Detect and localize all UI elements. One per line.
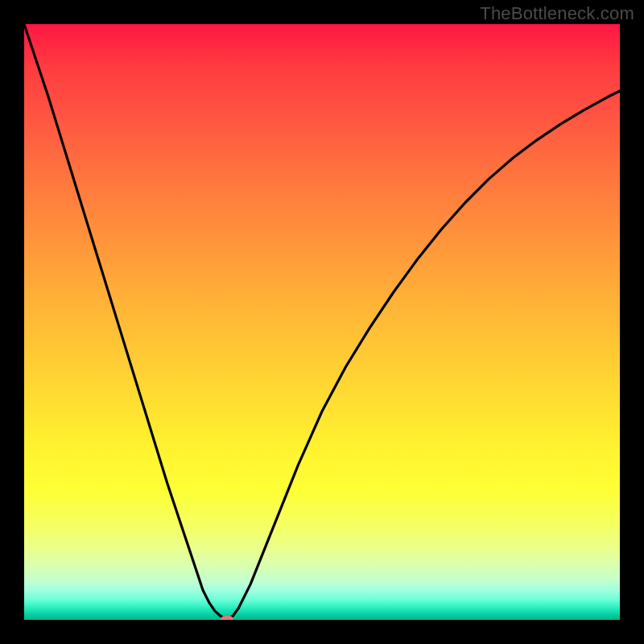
bottleneck-curve bbox=[24, 24, 620, 620]
plot-area bbox=[24, 24, 620, 620]
minimum-marker bbox=[221, 616, 233, 620]
watermark-text: TheBottleneck.com bbox=[480, 3, 634, 24]
chart-frame: TheBottleneck.com bbox=[0, 0, 644, 644]
